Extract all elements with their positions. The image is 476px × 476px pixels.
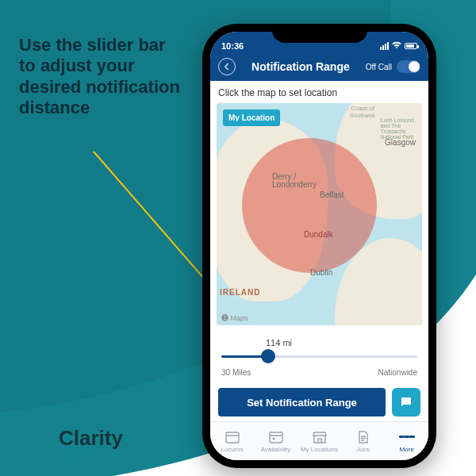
slider-thumb[interactable] — [261, 349, 275, 363]
app-navbar: Notification Range Off Call — [210, 52, 428, 81]
callout-text: Use the slider bar to adjust your desire… — [19, 35, 186, 119]
back-button[interactable] — [218, 58, 236, 75]
promo-stage: Use the slider bar to adjust your desire… — [0, 0, 476, 476]
cta-row: Set Notification Range — [210, 382, 428, 421]
range-slider-box: 114 mi 30 Miles Nationwide — [210, 325, 428, 382]
svg-rect-0 — [226, 432, 239, 443]
map[interactable]: Coast of Scotland Loch Lomond and The Tr… — [217, 103, 422, 325]
chevron-left-icon — [223, 63, 231, 71]
distance-slider[interactable] — [221, 349, 417, 363]
map-label-dundalk: Dundalk — [304, 230, 333, 239]
brand-text: Clarity Locums — [59, 426, 123, 460]
my-location-button[interactable]: My Location — [223, 109, 280, 126]
map-hint: Click the map to set location — [210, 81, 428, 103]
map-label-belfast: Belfast — [320, 190, 344, 199]
map-label-coast: Coast of Scotland — [350, 105, 374, 119]
map-label-ireland: IRELAND — [220, 288, 260, 297]
phone-screen: 10:36 Notification Range Off Call — [210, 32, 428, 460]
tab-label: Jobs — [356, 446, 370, 453]
tab-locums[interactable]: Locums — [210, 422, 254, 460]
map-label-glasgow: Glasgow — [385, 138, 416, 147]
status-time: 10:36 — [221, 41, 244, 51]
menu-icon — [399, 430, 415, 444]
tab-label: Availability — [261, 446, 291, 453]
set-range-button[interactable]: Set Notification Range — [218, 388, 386, 416]
map-label-derry: Derry / Londonderry — [272, 173, 317, 189]
wifi-icon — [392, 41, 401, 51]
tab-label: My Locations — [301, 446, 338, 453]
calendar-check-icon — [268, 430, 284, 444]
tab-availability[interactable]: Availability — [254, 422, 298, 460]
tab-bar: Locums Availability My Locations Jobs Mo… — [210, 421, 428, 460]
chat-icon — [399, 395, 413, 409]
svg-rect-2 — [270, 432, 282, 443]
off-call-control: Off Call — [366, 60, 420, 73]
slider-range-labels: 30 Miles Nationwide — [221, 368, 417, 377]
brand-name-primary: Clarity — [59, 426, 123, 451]
calendar-icon — [225, 430, 240, 444]
off-call-label: Off Call — [366, 63, 392, 71]
signal-icon — [380, 42, 389, 50]
svg-point-4 — [272, 437, 274, 440]
tab-jobs[interactable]: Jobs — [341, 422, 385, 460]
tab-my-locations[interactable]: My Locations — [298, 422, 341, 460]
brand-logo-icon — [16, 425, 51, 460]
brand-lockup: Clarity Locums — [16, 425, 123, 460]
off-call-toggle[interactable] — [397, 60, 420, 73]
phone-notch — [272, 24, 367, 43]
battery-icon — [405, 43, 417, 49]
map-credit: 🅘 Maps — [221, 314, 248, 322]
navbar-title: Notification Range — [251, 60, 350, 73]
phone-frame: 10:36 Notification Range Off Call — [202, 24, 436, 468]
tab-label: More — [399, 446, 413, 453]
slider-min-label: 30 Miles — [221, 368, 251, 377]
document-icon — [355, 430, 371, 444]
tab-more[interactable]: More — [385, 422, 428, 460]
chat-button[interactable] — [392, 388, 420, 416]
notification-radius-overlay — [242, 138, 377, 273]
slider-max-label: Nationwide — [378, 368, 417, 377]
status-indicators — [380, 41, 417, 51]
slider-value-label: 114 mi — [266, 338, 417, 347]
map-label-dublin: Dublin — [310, 268, 332, 277]
store-icon — [312, 430, 328, 444]
tab-label: Locums — [221, 446, 243, 453]
map-label-trossachs: Loch Lomond and The Trossachs National P… — [381, 117, 414, 140]
